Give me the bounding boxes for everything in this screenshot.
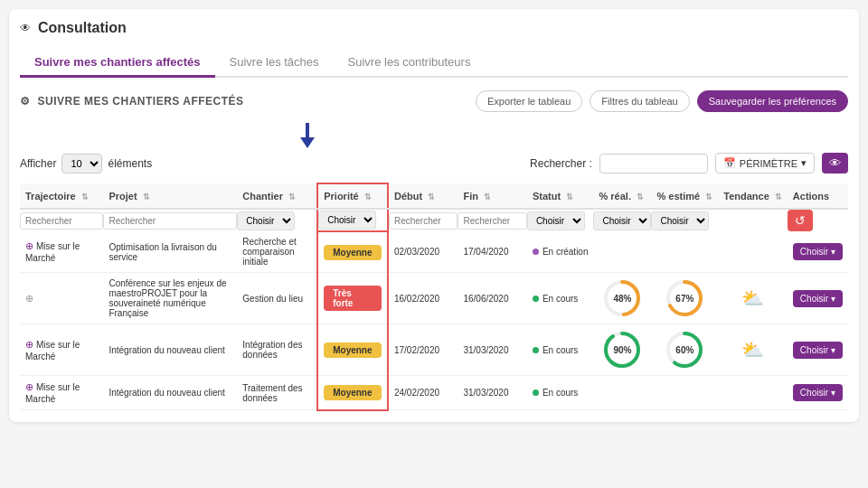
cell-statut: En création xyxy=(527,231,594,273)
cell-actions: Choisir ▾ xyxy=(788,231,848,273)
filter-row: Choisir Choisir xyxy=(20,209,848,231)
cell-tendance: ⛅ xyxy=(718,324,788,376)
filter-chantier-select[interactable]: Choisir xyxy=(237,211,295,230)
estime-chart xyxy=(665,278,704,318)
cell-fin: 31/03/2020 xyxy=(458,324,526,376)
cell-chantier: Intégration des données xyxy=(237,324,317,376)
priority-badge: Très forte xyxy=(324,286,382,311)
tab-chantiers[interactable]: Suivre mes chantiers affectés xyxy=(20,49,215,78)
sort-icon: ⇅ xyxy=(637,192,644,202)
col-debut: Début ⇅ xyxy=(388,183,458,209)
svg-point-5 xyxy=(606,333,638,366)
cell-debut: 16/02/2020 xyxy=(388,273,458,324)
search-input[interactable] xyxy=(599,154,708,174)
cell-statut: En cours xyxy=(527,324,594,376)
table-row: ⊕Conférence sur les enjeux de maestroPRO… xyxy=(20,273,848,324)
trajectoire-text: Mise sur le Marché xyxy=(25,241,80,263)
view-toggle-button[interactable]: 👁 xyxy=(822,153,848,174)
cell-actions: Choisir ▾ xyxy=(788,324,848,376)
col-reel: % réal. ⇅ xyxy=(593,183,651,209)
trajectoire-text: Mise sur le Marché xyxy=(25,382,80,404)
cell-estime: 60% xyxy=(651,324,718,376)
cell-reel: 48% xyxy=(593,273,651,324)
action-choisir-button[interactable]: Choisir ▾ xyxy=(793,290,843,307)
chevron-down-icon: ▾ xyxy=(831,247,835,257)
section-header: ⚙ SUIVRE MES CHANTIERS AFFECTÉS Exporter… xyxy=(20,90,848,112)
reel-chart xyxy=(602,278,642,318)
filter-debut-input[interactable] xyxy=(389,212,458,230)
table-header-row: Trajectoire ⇅ Projet ⇅ Chantier ⇅ Priori… xyxy=(20,183,848,209)
page-header: 👁 Consultation xyxy=(20,20,848,36)
reel-donut: 90% xyxy=(602,330,642,370)
cell-actions: Choisir ▾ xyxy=(788,273,848,324)
partly-cloudy-icon: ⛅ xyxy=(741,340,764,360)
filter-reel-select[interactable]: Choisir xyxy=(593,211,651,230)
col-trajectoire: Trajectoire ⇅ xyxy=(20,183,103,209)
filter-projet xyxy=(103,209,237,231)
tabs-container: Suivre mes chantiers affectés Suivre les… xyxy=(20,49,848,78)
action-choisir-button[interactable]: Choisir ▾ xyxy=(793,384,843,401)
statut-text: En cours xyxy=(542,388,578,398)
arrow-indicator xyxy=(300,123,315,151)
plus-icon: ⊕ xyxy=(25,240,33,251)
tab-taches[interactable]: Suivre les tâches xyxy=(215,49,334,78)
status-dot xyxy=(533,347,539,353)
save-prefs-button[interactable]: Sauvegarder les préférences xyxy=(697,90,848,112)
reset-button[interactable]: ↺ xyxy=(788,210,813,231)
cell-actions: Choisir ▾ xyxy=(788,376,848,410)
filter-estime-select[interactable]: Choisir xyxy=(651,211,709,230)
tab-contributeurs[interactable]: Suivre les contributeurs xyxy=(334,49,486,78)
toolbar: Afficher 10 25 50 éléments Rechercher : … xyxy=(20,153,848,174)
sort-icon: ⇅ xyxy=(566,192,573,202)
table-body: ⊕Mise sur le MarchéOptimisation la livra… xyxy=(20,231,848,410)
perimetre-button[interactable]: 📅 PÉRIMÈTRE ▾ xyxy=(715,153,815,174)
filter-projet-input[interactable] xyxy=(103,212,237,230)
filter-priorite-select[interactable]: Choisir xyxy=(318,211,376,230)
table-row: ⊕Mise sur le MarchéIntégration du nouvea… xyxy=(20,324,848,376)
col-actions: Actions xyxy=(788,183,848,209)
col-statut: Statut ⇅ xyxy=(527,183,594,209)
col-tendance: Tendance ⇅ xyxy=(718,183,788,209)
trajectoire-plus: ⊕ xyxy=(25,293,33,304)
main-table: Trajectoire ⇅ Projet ⇅ Chantier ⇅ Priori… xyxy=(20,183,848,411)
table-row: ⊕Mise sur le MarchéIntégration du nouvea… xyxy=(20,376,848,410)
action-choisir-button[interactable]: Choisir ▾ xyxy=(793,342,843,359)
section-actions: Exporter le tableau Filtres du tableau S… xyxy=(476,90,848,112)
sort-icon: ⇅ xyxy=(364,192,372,202)
sort-icon: ⇅ xyxy=(81,192,89,202)
cell-statut: En cours xyxy=(527,376,594,410)
cell-fin: 17/04/2020 xyxy=(458,231,526,273)
filters-button[interactable]: Filtres du tableau xyxy=(590,90,689,112)
cell-fin: 16/06/2020 xyxy=(458,273,526,324)
filter-statut-select[interactable]: Choisir xyxy=(527,211,585,230)
calendar-icon: 📅 xyxy=(723,157,736,169)
filter-fin-input[interactable] xyxy=(458,212,526,230)
statut-text: En création xyxy=(542,247,589,257)
filter-debut xyxy=(388,209,458,231)
sort-icon: ⇅ xyxy=(428,192,435,202)
estime-chart xyxy=(665,330,704,370)
status-dot xyxy=(533,389,539,396)
gear-icon: ⚙ xyxy=(20,95,31,108)
elements-label: éléments xyxy=(108,157,152,170)
filter-actions: ↺ xyxy=(788,209,848,231)
estime-donut: 60% xyxy=(665,330,704,370)
export-button[interactable]: Exporter le tableau xyxy=(476,90,582,112)
filter-chantier: Choisir xyxy=(237,209,317,231)
chevron-down-icon: ▾ xyxy=(831,388,835,398)
page-container: 👁 Consultation Suivre mes chantiers affe… xyxy=(9,9,859,422)
filter-priorite: Choisir xyxy=(317,209,388,231)
cell-tendance: ⛅ xyxy=(718,273,788,324)
trajectoire-text: Mise sur le Marché xyxy=(25,340,80,361)
partly-cloudy-icon: ⛅ xyxy=(741,288,764,308)
cell-tendance xyxy=(718,231,788,273)
cell-debut: 17/02/2020 xyxy=(388,324,458,376)
filter-trajectoire-input[interactable] xyxy=(20,212,103,230)
cell-estime xyxy=(651,376,718,410)
action-choisir-button[interactable]: Choisir ▾ xyxy=(793,243,843,260)
estime-donut: 67% xyxy=(665,278,704,318)
elements-select[interactable]: 10 25 50 xyxy=(61,154,102,174)
afficher-label: Afficher xyxy=(20,157,56,170)
col-priorite: Priorité ⇅ xyxy=(317,183,388,209)
table-wrapper: Trajectoire ⇅ Projet ⇅ Chantier ⇅ Priori… xyxy=(20,183,848,411)
